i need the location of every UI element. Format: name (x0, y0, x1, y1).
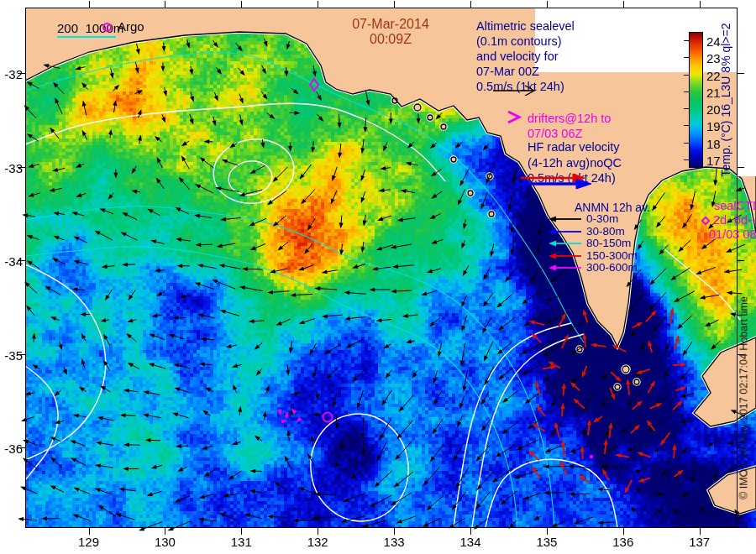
colorbar-tick-label: 20 (706, 102, 732, 114)
drifters-line: drifters@12h to (528, 111, 611, 126)
map-title: 07-Mar-2014 00:09Z (329, 17, 452, 47)
colorbar-tick-label: 18 (706, 137, 732, 149)
altimetry-scale-arrow-icon (492, 83, 536, 99)
x-tick-label: 136 (606, 535, 640, 550)
argo-legend: Argo (102, 19, 144, 34)
y-tick-label: -35 (0, 348, 23, 360)
x-tick-label: 130 (148, 535, 181, 550)
altimetry-line: and velocity for (476, 49, 575, 64)
map-time: 00:09Z (329, 32, 452, 47)
anmn-depth-entry: 300-600m (548, 262, 638, 274)
hf-radar-scale-arrows-icon (519, 173, 595, 193)
anmn-depth-label: 300-600m (586, 262, 638, 274)
anmn-depth-entry: 80-150m (548, 238, 638, 250)
colorbar-tick-label: 24 (706, 34, 732, 46)
altimetry-line: 07-Mar 00Z (476, 64, 575, 79)
map-date: 07-Mar-2014 (329, 17, 452, 32)
copyright-note: © IMOS 16-May-2017 02:17:04 Hobart time (738, 296, 751, 499)
colorbar-tick-label: 23 (706, 51, 732, 63)
mooring-arrow-icon (548, 264, 583, 272)
mooring-arrow-icon (548, 215, 583, 223)
sst-map-canvas (0, 0, 756, 554)
y-tick-label: -36 (0, 442, 23, 453)
oceancurrent-sst-figure: Temp. (°C) 16_L3U 8% ql>=2 07-Mar-2014 0… (0, 0, 756, 554)
anmn-depth-entry: 0-30m (548, 213, 638, 226)
isobath-200-label: 200 (57, 21, 78, 35)
anmn-depth-label: 0-30m (586, 213, 618, 226)
colorbar-tick-label: 22 (706, 69, 732, 81)
anmn-depth-label: 150-300m (586, 250, 638, 263)
y-tick-label: -34 (0, 254, 23, 266)
sealctd-diamond-icon (701, 216, 710, 225)
altimetry-line: (0.1m contours) (476, 34, 575, 49)
sealctds-note: sealCTDs 2d- 6d-- til 01/03 08Z (702, 199, 756, 242)
mooring-arrow-icon (548, 227, 583, 236)
y-tick-label: -32 (0, 67, 23, 79)
x-tick-label: 132 (301, 535, 334, 550)
x-tick-label: 131 (224, 535, 258, 550)
anmn-depth-label: 30-80m (586, 226, 625, 238)
mooring-arrow-icon (548, 252, 583, 260)
x-tick-label: 135 (530, 535, 564, 550)
argo-float-icon (102, 23, 112, 32)
anmn-depth-entry: 150-300m (548, 250, 638, 263)
x-tick-label: 129 (72, 535, 106, 550)
colorbar-tick-label: 17 (706, 154, 732, 165)
drifter-arrow-icon (506, 109, 522, 129)
y-tick-label: -33 (0, 161, 23, 173)
mooring-arrow-icon (548, 239, 583, 248)
x-tick-label: 137 (683, 535, 717, 550)
x-tick-label: 133 (377, 535, 411, 550)
altimetry-line: Altimetric sealevel (476, 18, 575, 34)
temperature-colorbar (689, 32, 703, 168)
anmn-depth-label: 80-150m (586, 238, 631, 250)
sealctds-line: 2d- 6d-- til (713, 213, 756, 227)
colorbar-tick-label: 21 (706, 86, 732, 97)
isobath-scale-bar (57, 36, 116, 38)
sealctds-line: 01/03 08Z (702, 227, 756, 242)
hf-radar-line: (4-12h avg)noQC (528, 155, 622, 171)
drifters-note: drifters@12h to 07/03 06Z (528, 111, 611, 141)
sealctds-line: sealCTDs (702, 199, 756, 213)
argo-label: Argo (118, 19, 144, 34)
colorbar-tick-label: 19 (706, 119, 732, 131)
x-tick-label: 134 (454, 535, 487, 550)
hf-radar-line: HF radar velocity (528, 139, 622, 155)
anmn-legend: 0-30m30-80m80-150m150-300m300-600m (548, 213, 638, 274)
anmn-depth-entry: 30-80m (548, 226, 638, 238)
